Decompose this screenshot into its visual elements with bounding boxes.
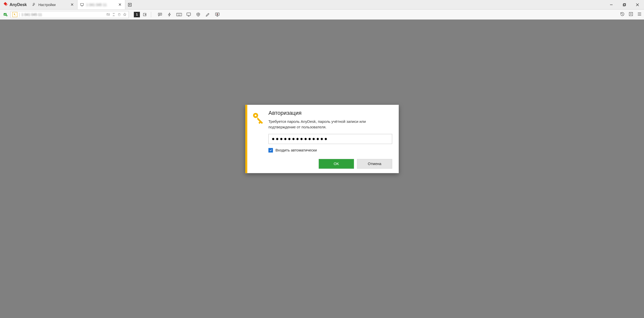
tab-session[interactable]: 1 041 045 11 ✕	[77, 0, 125, 9]
remote-viewport[interactable]: Авторизация Требуется пароль AnyDesk, па…	[0, 20, 644, 318]
window-controls	[605, 0, 644, 9]
monitor-selector[interactable]: 1	[134, 12, 140, 17]
checkbox-checked-icon[interactable]	[268, 148, 273, 152]
block-screen-icon[interactable]	[106, 12, 110, 17]
address-value: 1 041 045 11	[21, 13, 106, 17]
session-toolbar: | 1 041 045 11 1	[0, 10, 644, 20]
whiteboard-icon[interactable]	[205, 12, 211, 17]
ok-button[interactable]: OK	[319, 159, 354, 169]
chat-icon[interactable]	[157, 12, 163, 17]
address-bar[interactable]: | 1 041 045 11	[11, 11, 129, 18]
connection-status-icon[interactable]	[2, 11, 9, 18]
title-bar: AnyDesk Настройки ✕ 1 041 045 11 ✕	[0, 0, 644, 10]
monitor-number: 1	[136, 13, 138, 16]
tab-label: 1 041 045 11	[86, 3, 115, 7]
hamburger-menu-icon[interactable]	[637, 12, 642, 18]
dialog-button-row: OK Отмена	[268, 159, 392, 169]
window-close-button[interactable]	[631, 0, 644, 9]
svg-line-15	[107, 14, 110, 15]
hourglass-icon[interactable]	[111, 12, 116, 17]
app-logo-zone: AnyDesk	[0, 0, 30, 9]
wrench-icon	[32, 3, 36, 7]
password-input[interactable]	[268, 134, 392, 144]
history-icon[interactable]	[620, 12, 625, 18]
record-icon[interactable]	[215, 12, 220, 17]
switch-sides-icon[interactable]	[141, 11, 148, 18]
svg-rect-5	[623, 4, 625, 6]
svg-rect-6	[624, 4, 626, 6]
key-icon	[251, 110, 265, 169]
svg-rect-27	[187, 13, 191, 15]
keyboard-icon[interactable]	[176, 12, 182, 17]
display-settings-icon[interactable]	[186, 12, 191, 17]
dialog-message: Требуется пароль AnyDesk, пароль учётной…	[268, 119, 392, 130]
toolbar-center-group	[157, 12, 220, 17]
svg-point-16	[118, 13, 120, 14]
svg-rect-11	[7, 15, 7, 16]
divider: |	[19, 12, 20, 17]
monitor-icon	[80, 3, 84, 7]
svg-point-37	[255, 115, 256, 116]
tab-settings[interactable]: Настройки ✕	[30, 0, 77, 9]
dialog-accent-bar	[245, 105, 247, 173]
cancel-button[interactable]: Отмена	[357, 159, 392, 169]
svg-rect-2	[80, 3, 84, 5]
tab-close-icon[interactable]: ✕	[117, 2, 123, 7]
star-icon[interactable]	[123, 12, 127, 17]
tab-strip: Настройки ✕ 1 041 045 11 ✕	[30, 0, 134, 9]
window-minimize-button[interactable]	[605, 0, 618, 9]
dialog-title: Авторизация	[268, 110, 392, 116]
svg-point-31	[217, 14, 218, 15]
tab-label: Настройки	[38, 3, 67, 7]
download-icon[interactable]	[628, 12, 633, 18]
window-maximize-button[interactable]	[618, 0, 631, 9]
address-actions	[106, 12, 127, 17]
auto-login-label: Входить автоматически	[275, 148, 317, 152]
anydesk-logo-icon	[3, 2, 8, 8]
lightning-icon[interactable]	[167, 12, 172, 17]
app-name: AnyDesk	[10, 3, 27, 7]
database-icon[interactable]	[117, 12, 122, 17]
toolbar-right-group	[620, 12, 642, 18]
svg-rect-9	[4, 13, 7, 16]
authorization-dialog: Авторизация Требуется пароль AnyDesk, па…	[245, 105, 399, 173]
address-key-icon	[12, 12, 17, 17]
auto-login-checkbox-row[interactable]: Входить автоматически	[268, 148, 392, 152]
tab-close-icon[interactable]: ✕	[69, 2, 75, 7]
svg-rect-13	[14, 14, 16, 16]
svg-rect-20	[177, 13, 182, 16]
shield-icon[interactable]	[195, 12, 201, 17]
new-tab-button[interactable]	[125, 0, 134, 9]
